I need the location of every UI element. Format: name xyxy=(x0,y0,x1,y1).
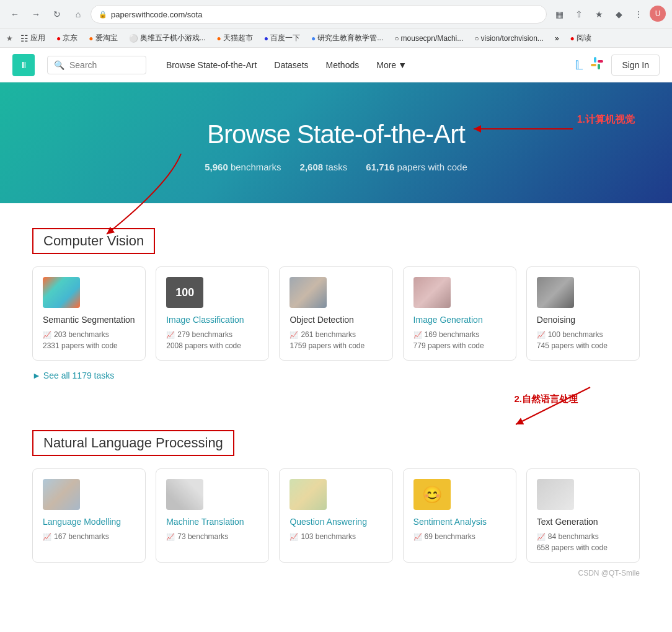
bookmark-jd[interactable]: ● 京东 xyxy=(53,32,81,45)
object-benchmarks: 261 benchmarks xyxy=(301,330,356,339)
nlp-cards-grid: Language Modelling 📈 167 benchmarks Mach… xyxy=(32,468,640,563)
bookmark-baidu[interactable]: ● 百度一下 xyxy=(260,32,304,45)
card-papers-generation: 779 papers with code xyxy=(413,341,506,350)
cv-section-title: Computer Vision xyxy=(43,233,144,249)
see-all-cv-link[interactable]: ► See all 1179 tasks xyxy=(32,371,114,380)
extensions-puzzle[interactable]: ◆ xyxy=(610,6,627,23)
navbar-icons: 𝕃 Sign In xyxy=(575,55,660,76)
signin-button[interactable]: Sign In xyxy=(611,55,660,76)
bookmark-github1[interactable]: ○ mousecpn/Machi... xyxy=(391,33,467,44)
card-image-generation[interactable]: Image Generation 📈 169 benchmarks 779 pa… xyxy=(403,266,516,361)
card-image-classification[interactable]: 100 Image Classification 📈 279 benchmark… xyxy=(156,266,269,361)
tasks-label: tasks xyxy=(325,162,347,172)
card-papers-textgen: 658 papers with code xyxy=(537,543,629,552)
share-button[interactable]: ⇧ xyxy=(570,6,588,23)
baidu-favicon: ● xyxy=(264,34,268,43)
gobang-favicon: ⚪ xyxy=(129,34,138,43)
card-stat-semantic-bench: 📈 203 benchmarks xyxy=(43,330,135,339)
csdn-watermark: CSDN @QT-Smile xyxy=(32,569,640,577)
bookmarks-more[interactable]: » xyxy=(551,33,563,44)
browser-actions: ▦ ⇧ ★ ◆ ⋮ U xyxy=(550,6,666,23)
bookmark-edu[interactable]: ● 研究生教育教学管... xyxy=(307,32,387,45)
hero-title: Browse State-of-the-Art xyxy=(12,120,660,149)
benchmarks-stat: 5,960 benchmarks xyxy=(205,162,281,172)
datasets-label: Datasets xyxy=(274,60,308,70)
card-machine-translation[interactable]: Machine Translation 📈 73 benchmarks xyxy=(156,468,269,563)
card-stat-sentiment-bench: 📈 69 benchmarks xyxy=(413,532,506,541)
card-thumb-denoising xyxy=(537,277,574,308)
card-semantic-segmentation[interactable]: Semantic Segmentation 📈 203 benchmarks 2… xyxy=(32,266,146,361)
twitter-icon[interactable]: 𝕃 xyxy=(575,58,583,72)
card-thumb-translation xyxy=(166,479,203,510)
chart-icon-7: 📈 xyxy=(166,533,175,541)
card-question-answering[interactable]: Question Answering 📈 103 benchmarks xyxy=(279,468,392,563)
bookmark-read[interactable]: ● 阅读 xyxy=(567,32,595,45)
extensions-button[interactable]: ▦ xyxy=(550,6,568,23)
read-favicon: ● xyxy=(570,34,575,43)
search-input[interactable] xyxy=(69,60,139,70)
logo-icon: ||| xyxy=(22,62,25,68)
card-papers-object: 1759 papers with code xyxy=(290,341,382,350)
card-title-denoising: Denoising xyxy=(537,314,629,325)
nlp-section-title: Natural Language Processing xyxy=(43,435,223,451)
reload-button[interactable]: ↻ xyxy=(48,6,66,23)
bookmark-gobang[interactable]: ⚪ 奥维五子棋小游戏... xyxy=(125,32,210,45)
bookmark-button[interactable]: ★ xyxy=(590,6,608,23)
chart-icon-3: 📈 xyxy=(290,331,298,339)
bookmark-edu-label: 研究生教育教学管... xyxy=(317,33,383,43)
datasets-link[interactable]: Datasets xyxy=(267,55,316,75)
card-denoising[interactable]: Denoising 📈 100 benchmarks 745 papers wi… xyxy=(526,266,640,361)
svg-rect-1 xyxy=(598,64,600,69)
bookmark-taobao[interactable]: ● 爱淘宝 xyxy=(85,32,121,45)
generation-benchmarks: 169 benchmarks xyxy=(425,330,480,339)
main-content: Computer Vision Semantic Segmentation 📈 … xyxy=(20,203,652,590)
card-language-modelling[interactable]: Language Modelling 📈 167 benchmarks xyxy=(32,468,146,563)
card-object-detection[interactable]: Object Detection 📈 261 benchmarks 1759 p… xyxy=(279,266,392,361)
bookmark-baidu-label: 百度一下 xyxy=(270,33,300,43)
browse-link[interactable]: Browse State-of-the-Art xyxy=(159,55,264,75)
chart-icon-5: 📈 xyxy=(537,331,546,339)
bookmark-github2-label: vision/torchvision... xyxy=(481,34,544,43)
card-title-sentiment: Sentiment Analysis xyxy=(413,516,506,527)
card-text-generation[interactable]: Text Generation 📈 84 benchmarks 658 pape… xyxy=(526,468,640,563)
card-title-qa: Question Answering xyxy=(290,516,382,527)
cv-section-header: Computer Vision xyxy=(32,228,155,254)
methods-link[interactable]: Methods xyxy=(319,55,367,75)
bookmark-tmall[interactable]: ● 天猫超市 xyxy=(213,32,257,45)
card-stat-classification-bench: 📈 279 benchmarks xyxy=(166,330,259,339)
url-text: paperswithcode.com/sota xyxy=(111,10,202,19)
forward-button[interactable]: → xyxy=(27,6,45,23)
card-title-generation: Image Generation xyxy=(413,314,506,325)
bookmark-github2[interactable]: ○ vision/torchvision... xyxy=(471,33,547,44)
semantic-benchmarks: 203 benchmarks xyxy=(54,330,109,339)
denoising-benchmarks: 100 benchmarks xyxy=(548,330,603,339)
more-link[interactable]: More ▼ xyxy=(369,55,414,75)
card-title-object: Object Detection xyxy=(290,314,382,325)
card-thumb-generation xyxy=(413,277,451,308)
nlp-annotation-text: 2.自然语言处理 xyxy=(32,393,640,405)
bookmark-apps[interactable]: ☷ 应用 xyxy=(17,32,49,45)
card-thumb-qa xyxy=(290,479,327,510)
card-stat-denoising-bench: 📈 100 benchmarks xyxy=(537,330,629,339)
browse-label: Browse State-of-the-Art xyxy=(166,60,257,70)
address-bar[interactable]: 🔒 paperswithcode.com/sota xyxy=(91,5,547,24)
home-button[interactable]: ⌂ xyxy=(69,6,87,23)
site-logo[interactable]: ||| xyxy=(12,54,35,76)
chart-icon-8: 📈 xyxy=(290,533,298,541)
card-title-textgen: Text Generation xyxy=(537,516,629,527)
svg-rect-3 xyxy=(598,60,603,63)
slack-icon[interactable] xyxy=(590,56,604,73)
translation-benchmarks: 73 benchmarks xyxy=(177,532,228,541)
search-box[interactable]: 🔍 xyxy=(47,56,146,74)
card-papers-denoising: 745 papers with code xyxy=(537,341,629,350)
card-sentiment-analysis[interactable]: 😊 Sentiment Analysis 📈 69 benchmarks xyxy=(403,468,516,563)
card-thumb-semantic xyxy=(43,277,80,308)
back-button[interactable]: ← xyxy=(6,6,24,23)
annotation-cv-chinese: 1.计算机视觉 xyxy=(577,113,635,126)
language-benchmarks: 167 benchmarks xyxy=(54,532,109,541)
menu-button[interactable]: ⋮ xyxy=(630,6,647,23)
card-title-semantic: Semantic Segmentation xyxy=(43,314,135,325)
browser-chrome: ← → ↻ ⌂ 🔒 paperswithcode.com/sota ▦ ⇧ ★ … xyxy=(0,0,672,48)
profile-avatar[interactable]: U xyxy=(650,6,666,22)
cv-section: Computer Vision Semantic Segmentation 📈 … xyxy=(32,209,640,381)
